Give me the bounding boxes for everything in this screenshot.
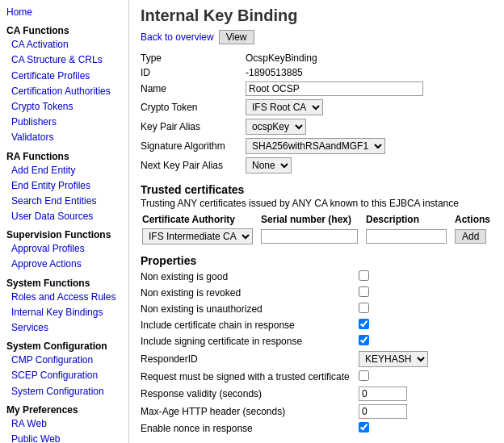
- description-input[interactable]: [366, 229, 447, 244]
- next-key-pair-label: Next Key Pair Alias: [141, 156, 246, 175]
- prop-row-0: Non existing is good: [141, 269, 433, 285]
- trust-table: Certificate Authority Serial number (hex…: [141, 212, 497, 246]
- sidebar-user-data-sources[interactable]: User Data Sources: [11, 209, 122, 224]
- sidebar-end-entity-profiles[interactable]: End Entity Profiles: [11, 178, 122, 194]
- type-value: OcspKeyBinding: [246, 51, 428, 65]
- properties-table: Non existing is good Non existing is rev…: [141, 269, 433, 437]
- crypto-token-label: Crypto Token: [141, 98, 246, 117]
- field-table: Type OcspKeyBinding ID -1890513885 Name …: [141, 51, 428, 175]
- col-ca: Certificate Authority: [141, 212, 259, 227]
- sidebar-cert-authorities[interactable]: Certification Authorities: [11, 84, 122, 99]
- nonce-row: Enable nonce in response: [141, 420, 433, 437]
- response-validity-label: Response validity (seconds): [141, 385, 359, 403]
- sidebar-system-title: System Functions: [6, 278, 122, 289]
- prop-row-3: Include certificate chain in response: [141, 317, 433, 333]
- properties-title: Properties: [141, 254, 493, 267]
- prop-label-3: Include certificate chain in response: [141, 317, 359, 333]
- sidebar-public-web[interactable]: Public Web: [11, 432, 122, 443]
- response-validity-input[interactable]: [359, 387, 407, 401]
- sidebar-ca-activation[interactable]: CA Activation: [11, 37, 122, 52]
- sidebar-search-end-entities[interactable]: Search End Entities: [11, 194, 122, 209]
- nonce-label: Enable nonce in response: [141, 420, 359, 437]
- request-signed-check[interactable]: [359, 370, 369, 381]
- prop-row-4: Include signing certificate in response: [141, 333, 433, 349]
- sidebar-validators[interactable]: Validators: [11, 130, 122, 145]
- prop-row-1: Non existing is revoked: [141, 285, 433, 301]
- response-validity-row: Response validity (seconds): [141, 385, 433, 403]
- trust-table-header: Certificate Authority Serial number (hex…: [141, 212, 497, 227]
- col-serial: Serial number (hex): [259, 212, 364, 227]
- view-button[interactable]: View: [219, 30, 254, 44]
- sidebar-crypto-tokens[interactable]: Crypto Tokens: [11, 99, 122, 115]
- crypto-token-select[interactable]: IFS Root CA: [246, 99, 323, 115]
- sidebar: Home CA Functions CA Activation CA Struc…: [0, 0, 129, 443]
- col-desc: Description: [364, 212, 453, 227]
- sidebar-add-end-entity[interactable]: Add End Entity: [11, 163, 122, 178]
- sidebar-myprefs-title: My Preferences: [6, 404, 122, 416]
- sidebar-cmp-config[interactable]: CMP Configuration: [11, 353, 122, 368]
- prop-check-1[interactable]: [359, 286, 369, 297]
- sidebar-ra-web[interactable]: RA Web: [11, 416, 122, 432]
- prop-check-3[interactable]: [359, 319, 369, 329]
- sidebar-sysconfig-title: System Configuration: [6, 341, 122, 352]
- name-label: Name: [141, 80, 246, 98]
- responder-id-label: ResponderID: [141, 349, 359, 369]
- sidebar-cert-profiles[interactable]: Certificate Profiles: [11, 69, 122, 84]
- col-actions: Actions: [453, 212, 497, 227]
- sidebar-approve-actions[interactable]: Approve Actions: [11, 257, 122, 272]
- sidebar-roles-access[interactable]: Roles and Access Rules: [11, 290, 122, 305]
- prop-label-1: Non existing is revoked: [141, 285, 359, 301]
- sig-alg-select[interactable]: SHA256withRSAandMGF1: [246, 138, 385, 154]
- main-content: Internal Key Binding Back to overview Vi…: [129, 0, 504, 443]
- add-trusted-cert-button[interactable]: Add: [455, 229, 486, 244]
- next-key-pair-row: Next Key Pair Alias None: [141, 156, 428, 175]
- sidebar-ca-structure[interactable]: CA Structure & CRLs: [11, 52, 122, 68]
- sidebar-internal-key-bindings[interactable]: Internal Key Bindings: [11, 305, 122, 320]
- sidebar-scep-config[interactable]: SCEP Configuration: [11, 368, 122, 383]
- id-value: -1890513885: [246, 65, 428, 80]
- responder-id-row: ResponderID KEYHASH: [141, 349, 433, 369]
- prop-label-2: Non existing is unauthorized: [141, 301, 359, 317]
- responder-id-select[interactable]: KEYHASH: [359, 351, 428, 367]
- request-signed-label: Request must be signed with a trusted ce…: [141, 369, 359, 385]
- prop-row-2: Non existing is unauthorized: [141, 301, 433, 317]
- maxage-input[interactable]: [359, 404, 407, 419]
- sidebar-ca-title: CA Functions: [6, 25, 122, 36]
- back-to-overview-link[interactable]: Back to overview: [141, 31, 214, 43]
- type-row: Type OcspKeyBinding: [141, 51, 428, 65]
- id-row: ID -1890513885: [141, 65, 428, 80]
- prop-check-0[interactable]: [359, 270, 369, 281]
- name-row: Name: [141, 80, 428, 98]
- key-pair-alias-row: Key Pair Alias ocspKey: [141, 117, 428, 136]
- maxage-label: Max-Age HTTP header (seconds): [141, 403, 359, 420]
- key-pair-alias-select[interactable]: ocspKey: [246, 119, 306, 135]
- name-input[interactable]: [246, 81, 423, 96]
- maxage-row: Max-Age HTTP header (seconds): [141, 403, 433, 420]
- crypto-token-row: Crypto Token IFS Root CA: [141, 98, 428, 117]
- key-pair-alias-label: Key Pair Alias: [141, 117, 246, 136]
- sidebar-services[interactable]: Services: [11, 320, 122, 336]
- trusted-certs-subtitle: Trusting ANY certificates issued by ANY …: [141, 198, 493, 209]
- prop-label-4: Include signing certificate in response: [141, 333, 359, 349]
- page-title: Internal Key Binding: [141, 6, 493, 25]
- trust-table-row: IFS Intermediate CA Add: [141, 227, 497, 246]
- sidebar-ra-title: RA Functions: [6, 151, 122, 162]
- back-row: Back to overview View: [141, 30, 493, 44]
- sidebar-publishers[interactable]: Publishers: [11, 115, 122, 130]
- prop-check-2[interactable]: [359, 303, 369, 313]
- sidebar-supervision-title: Supervision Functions: [6, 229, 122, 240]
- sidebar-approval-profiles[interactable]: Approval Profiles: [11, 241, 122, 257]
- ca-dropdown[interactable]: IFS Intermediate CA: [142, 228, 253, 244]
- next-key-pair-select[interactable]: None: [246, 157, 292, 173]
- type-label: Type: [141, 51, 246, 65]
- id-label: ID: [141, 65, 246, 80]
- serial-input[interactable]: [261, 229, 358, 244]
- sig-alg-label: Signature Algorithm: [141, 136, 246, 156]
- sig-alg-row: Signature Algorithm SHA256withRSAandMGF1: [141, 136, 428, 156]
- sidebar-system-config[interactable]: System Configuration: [11, 384, 122, 399]
- request-signed-row: Request must be signed with a trusted ce…: [141, 369, 433, 385]
- prop-label-0: Non existing is good: [141, 269, 359, 285]
- sidebar-home[interactable]: Home: [6, 5, 122, 20]
- nonce-check[interactable]: [359, 422, 369, 433]
- prop-check-4[interactable]: [359, 335, 369, 345]
